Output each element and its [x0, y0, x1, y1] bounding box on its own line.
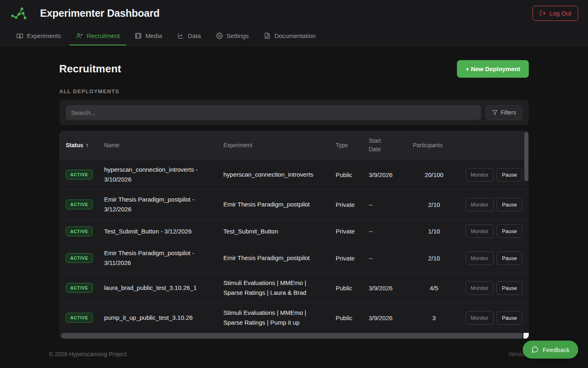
page-title: Recruitment — [59, 63, 121, 75]
sort-ascending-icon: ↑ — [86, 142, 89, 148]
participants-count: 2/10 — [413, 201, 455, 208]
column-header-type[interactable]: Type — [336, 138, 369, 153]
monitor-button[interactable]: Monitor — [466, 311, 494, 325]
start-date: 3/9/2026 — [369, 314, 413, 321]
monitor-button[interactable]: Monitor — [466, 168, 494, 182]
participants-count: 1/10 — [413, 228, 455, 235]
book-icon — [16, 32, 23, 39]
app-header: Experimenter Dashboard Log Out — [0, 0, 588, 26]
feedback-button[interactable]: Feedback — [523, 341, 578, 359]
app-logo-network-icon — [10, 5, 29, 21]
logout-icon — [539, 10, 546, 16]
document-icon — [264, 32, 271, 39]
table-header-row: Status ↑ Name Experiment Type Start Date… — [59, 131, 529, 159]
participants-count: 20/100 — [413, 171, 455, 178]
table-row: ACTIVEEmir Thesis Paradigm_postpilot - 3… — [59, 189, 529, 219]
row-actions: MonitorPause — [455, 281, 522, 295]
experiment-name: Test_Submit_Button — [223, 227, 336, 236]
deployment-name: laura_brad_public_test_3.10.26_1 — [104, 283, 223, 293]
nav-item-data[interactable]: Data — [171, 26, 207, 45]
main-nav: ExperimentsRecruitmentMediaDataSettingsD… — [0, 26, 588, 45]
horizontal-scrollbar-thumb[interactable] — [61, 333, 523, 339]
deployment-name: Emir Thesis Paradigm_postpilot - 3/12/20… — [104, 195, 223, 214]
copyright-text: © 2026 Hyperscanning Project — [49, 351, 127, 357]
deployment-type: Private — [336, 228, 369, 235]
deployment-type: Private — [336, 201, 369, 208]
status-cell: ACTIVE — [66, 283, 104, 293]
row-actions: MonitorPause — [455, 251, 522, 265]
pause-button[interactable]: Pause — [497, 198, 522, 211]
start-date: -- — [369, 255, 413, 262]
nav-item-label: Data — [188, 32, 201, 39]
table-row: ACTIVEpump_it_up_public_test_3.10.26Stim… — [59, 303, 529, 332]
participants-count: 2/10 — [413, 255, 455, 262]
logout-label: Log Out — [550, 10, 571, 17]
status-badge: ACTIVE — [66, 253, 93, 263]
column-header-start-date[interactable]: Start Date — [369, 132, 413, 158]
deployment-type: Private — [336, 255, 369, 262]
column-header-experiment[interactable]: Experiment — [223, 138, 336, 153]
deployment-type: Public — [336, 285, 369, 292]
monitor-button[interactable]: Monitor — [466, 251, 494, 265]
start-date: 3/9/2026 — [369, 171, 413, 178]
nav-item-label: Documentation — [274, 32, 316, 39]
section-label-all-deployments: ALL DEPLOYMENTS — [59, 88, 529, 94]
app-title: Experimenter Dashboard — [40, 7, 160, 19]
deployment-type: Public — [336, 314, 369, 321]
start-date: -- — [369, 201, 413, 208]
experiment-name: Stimuli Evaluations | MMEmo | Sparse Rat… — [223, 308, 336, 328]
column-header-status[interactable]: Status ↑ — [66, 138, 104, 153]
experiment-name: Stimuli Evaluations | MMEmo | Sparse Rat… — [223, 278, 336, 298]
participants-count: 4/5 — [413, 285, 455, 292]
table-row: ACTIVEEmir Thesis Paradigm_postpilot - 3… — [59, 243, 529, 273]
status-cell: ACTIVE — [66, 170, 104, 180]
pause-button[interactable]: Pause — [497, 224, 522, 238]
monitor-button[interactable]: Monitor — [466, 198, 494, 211]
column-header-participants[interactable]: Participants — [413, 138, 455, 153]
search-input[interactable] — [66, 105, 481, 120]
experiment-name: hyperscan_connection_introverts — [223, 170, 336, 180]
row-actions: MonitorPause — [455, 311, 522, 325]
nav-item-settings[interactable]: Settings — [209, 26, 255, 45]
row-actions: MonitorPause — [455, 224, 522, 238]
nav-item-recruitment[interactable]: Recruitment — [69, 26, 126, 45]
status-badge: ACTIVE — [66, 313, 93, 323]
nav-item-documentation[interactable]: Documentation — [257, 26, 322, 45]
chat-bubble-icon — [531, 346, 539, 353]
filters-button[interactable]: Filters — [486, 105, 522, 120]
deployment-type: Public — [336, 171, 369, 178]
logout-button[interactable]: Log Out — [532, 6, 578, 21]
filters-label: Filters — [501, 109, 516, 116]
search-toolbar: Filters — [59, 100, 529, 125]
experiment-name: Emir Thesis Paradigm_postpilot — [223, 200, 336, 209]
start-date: 3/9/2026 — [369, 285, 413, 292]
horizontal-scrollbar — [59, 332, 529, 339]
pause-button[interactable]: Pause — [497, 168, 522, 182]
monitor-button[interactable]: Monitor — [466, 224, 494, 238]
gear-icon — [216, 32, 223, 39]
row-actions: MonitorPause — [455, 168, 522, 182]
deployment-name: Test_Submit_Button - 3/12/2026 — [104, 227, 223, 236]
funnel-icon — [492, 110, 498, 115]
experiment-name: Emir Thesis Paradigm_postpilot — [223, 253, 336, 263]
nav-item-label: Settings — [227, 32, 249, 39]
scrollbar-corner — [523, 333, 529, 339]
status-badge: ACTIVE — [66, 170, 93, 180]
pause-button[interactable]: Pause — [497, 281, 522, 295]
status-badge: ACTIVE — [66, 200, 93, 209]
monitor-button[interactable]: Monitor — [466, 281, 494, 295]
nav-item-label: Recruitment — [87, 32, 120, 39]
deployments-table: Status ↑ Name Experiment Type Start Date… — [59, 131, 529, 339]
user-plus-icon — [76, 32, 83, 39]
pause-button[interactable]: Pause — [497, 251, 522, 265]
new-deployment-button[interactable]: + New Deployment — [457, 60, 529, 78]
feedback-label: Feedback — [543, 346, 570, 353]
table-row: ACTIVEhyperscan_connection_introverts - … — [59, 159, 529, 189]
nav-item-label: Media — [145, 32, 162, 39]
column-header-name[interactable]: Name — [104, 138, 223, 153]
pause-button[interactable]: Pause — [497, 311, 522, 325]
deployment-name: pump_it_up_public_test_3.10.26 — [104, 313, 223, 323]
nav-item-media[interactable]: Media — [128, 26, 169, 45]
nav-item-experiments[interactable]: Experiments — [10, 26, 67, 45]
vertical-scrollbar-thumb[interactable] — [524, 132, 528, 181]
